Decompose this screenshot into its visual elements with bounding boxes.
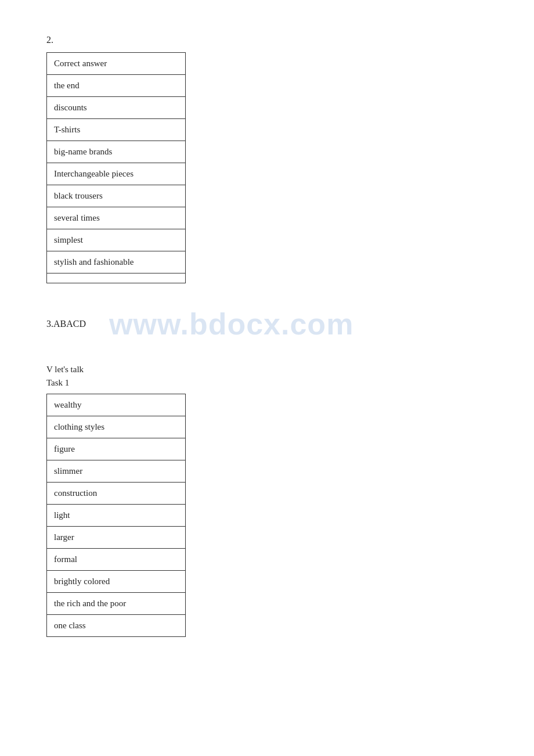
table-cell bbox=[47, 273, 186, 283]
table-row: light bbox=[47, 505, 186, 527]
table-cell: the rich and the poor bbox=[47, 593, 186, 615]
table-cell: stylish and fashionable bbox=[47, 251, 186, 273]
section-3-container: 3.ABACD www.bdocx.com bbox=[46, 307, 488, 341]
task-1-table: wealthyclothing stylesfigureslimmerconst… bbox=[46, 394, 186, 637]
table-row: construction bbox=[47, 483, 186, 505]
table-cell: clothing styles bbox=[47, 416, 186, 438]
table-cell: light bbox=[47, 505, 186, 527]
table-cell: brightly colored bbox=[47, 571, 186, 593]
table-cell: construction bbox=[47, 483, 186, 505]
table-cell: simplest bbox=[47, 229, 186, 251]
table-row: Interchangeable pieces bbox=[47, 163, 186, 185]
table-row: T-shirts bbox=[47, 119, 186, 141]
table-row: brightly colored bbox=[47, 571, 186, 593]
table-row: simplest bbox=[47, 229, 186, 251]
section-3-label: 3.ABACD bbox=[46, 319, 86, 329]
table-row: black trousers bbox=[47, 185, 186, 207]
section-2-number: 2. bbox=[46, 35, 488, 45]
section-2-table: Correct answerthe enddiscountsT-shirtsbi… bbox=[46, 52, 186, 283]
table-cell: several times bbox=[47, 207, 186, 229]
table-cell: larger bbox=[47, 527, 186, 549]
table-row: slimmer bbox=[47, 460, 186, 483]
table-row bbox=[47, 273, 186, 283]
table-row: several times bbox=[47, 207, 186, 229]
table-row: figure bbox=[47, 438, 186, 460]
table-cell: Interchangeable pieces bbox=[47, 163, 186, 185]
table-row: stylish and fashionable bbox=[47, 251, 186, 273]
table-row: Correct answer bbox=[47, 53, 186, 75]
table-row: the rich and the poor bbox=[47, 593, 186, 615]
table-row: discounts bbox=[47, 97, 186, 119]
table-row: big-name brands bbox=[47, 141, 186, 163]
table-row: larger bbox=[47, 527, 186, 549]
table-cell: big-name brands bbox=[47, 141, 186, 163]
table-cell: one class bbox=[47, 615, 186, 637]
table-cell: slimmer bbox=[47, 460, 186, 483]
table-cell: black trousers bbox=[47, 185, 186, 207]
table-row: one class bbox=[47, 615, 186, 637]
watermark: www.bdocx.com bbox=[109, 307, 353, 341]
table-cell: formal bbox=[47, 549, 186, 571]
table-cell: figure bbox=[47, 438, 186, 460]
table-cell: T-shirts bbox=[47, 119, 186, 141]
lets-talk-label: V let's talk bbox=[46, 365, 488, 375]
table-cell: the end bbox=[47, 75, 186, 97]
table-row: clothing styles bbox=[47, 416, 186, 438]
table-row: wealthy bbox=[47, 394, 186, 416]
table-cell: wealthy bbox=[47, 394, 186, 416]
task-1-label: Task 1 bbox=[46, 378, 488, 388]
table-cell: discounts bbox=[47, 97, 186, 119]
table-cell: Correct answer bbox=[47, 53, 186, 75]
table-row: the end bbox=[47, 75, 186, 97]
table-row: formal bbox=[47, 549, 186, 571]
